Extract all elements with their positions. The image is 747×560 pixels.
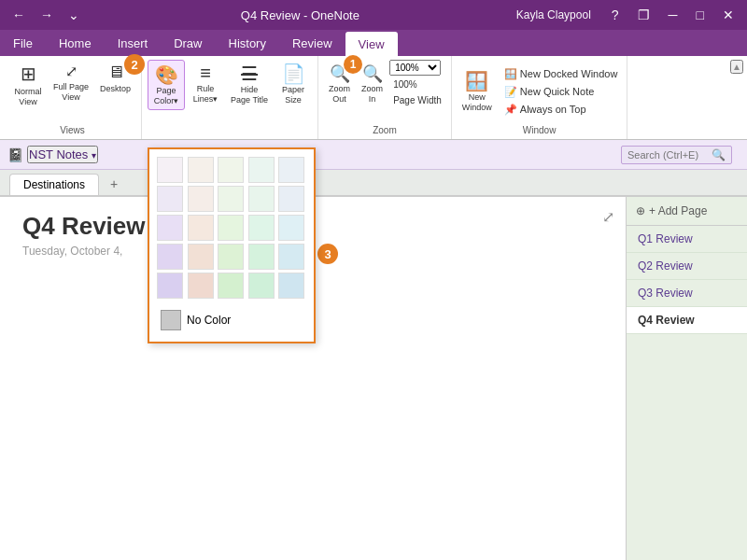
search-input[interactable] (627, 149, 712, 161)
color-swatch[interactable] (248, 244, 275, 270)
color-swatch[interactable] (218, 157, 244, 183)
window-right-buttons: 🪟 New Docked Window 📝 New Quick Note 📌 A… (500, 66, 622, 118)
color-picker-dropdown: No Color (148, 147, 316, 343)
views-label: Views (60, 123, 85, 135)
window-title: Q4 Review - OneNote (84, 8, 516, 22)
menu-file[interactable]: File (0, 30, 46, 56)
menu-home[interactable]: Home (46, 30, 105, 56)
ribbon-group-page: 🎨 PageColor▾ ≡ RuleLines▾ ☰ HidePage Tit… (142, 56, 318, 139)
color-swatch[interactable] (188, 244, 214, 270)
title-bar: ← → ⌄ Q4 Review - OneNote Kayla Claypool… (0, 0, 747, 30)
ribbon: ⊞ NormalView ⤢ Full PageView 🖥 Desktop 2… (0, 56, 747, 140)
color-swatch[interactable] (218, 186, 244, 212)
add-section-button[interactable]: + (101, 173, 127, 195)
hundred-percent-button[interactable]: 100% (389, 77, 445, 91)
page-color-icon: 🎨 (155, 63, 178, 86)
color-swatch[interactable] (248, 215, 275, 241)
collapse-ribbon-button[interactable]: ▲ (730, 60, 743, 74)
new-window-icon: 🪟 (465, 70, 488, 92)
notebook-name-button[interactable]: NST Notes ▾ (27, 146, 98, 163)
ribbon-group-views: ⊞ NormalView ⤢ Full PageView 🖥 Desktop 2… (4, 56, 142, 139)
search-bar: 🔍 (621, 146, 732, 164)
badge-1: 1 (344, 55, 362, 74)
color-swatch[interactable] (278, 215, 304, 241)
page-color-button[interactable]: 🎨 PageColor▾ (148, 60, 185, 110)
always-on-top-button[interactable]: 📌 Always on Top (500, 102, 622, 118)
new-quick-note-button[interactable]: 📝 New Quick Note (500, 84, 622, 100)
ribbon-group-zoom: 🔍 ZoomOut 1 🔍 ZoomIn 100% 75% 150% 100% (318, 56, 452, 139)
back-button[interactable]: ← (7, 6, 30, 24)
page-item-q4[interactable]: Q4 Review (627, 307, 747, 334)
color-swatch[interactable] (157, 244, 183, 270)
color-swatch[interactable] (188, 186, 214, 212)
section-tab-destinations[interactable]: Destinations (9, 174, 99, 195)
quick-note-icon: 📝 (504, 86, 517, 98)
color-swatch[interactable] (188, 273, 214, 299)
normal-view-icon: ⊞ (21, 63, 36, 85)
no-color-label: No Color (187, 314, 231, 327)
menu-view[interactable]: View (345, 32, 398, 56)
hide-title-icon: ☰ (241, 63, 258, 85)
zoom-percent-select[interactable]: 100% 75% 150% (389, 60, 441, 76)
color-swatch[interactable] (218, 215, 244, 241)
add-page-icon: ⊕ (636, 204, 645, 217)
color-swatch[interactable] (218, 244, 244, 270)
badge-3-marker: 3 (317, 244, 338, 264)
section-tabs-row: Destinations + (0, 170, 747, 196)
color-swatch[interactable] (278, 157, 304, 183)
docked-window-icon: 🪟 (504, 68, 517, 80)
hide-page-title-button[interactable]: ☰ HidePage Title (226, 60, 273, 108)
full-page-view-button[interactable]: ⤢ Full PageView (49, 60, 93, 105)
color-swatch[interactable] (278, 273, 304, 299)
page-buttons: 🎨 PageColor▾ ≡ RuleLines▾ ☰ HidePage Tit… (148, 60, 312, 133)
color-swatch[interactable] (157, 215, 183, 241)
full-page-icon: ⤢ (65, 63, 78, 80)
new-docked-window-button[interactable]: 🪟 New Docked Window (500, 66, 622, 82)
restore-button[interactable]: ❐ (632, 6, 655, 24)
forward-button[interactable]: → (35, 6, 58, 24)
new-window-button[interactable]: 🪟 NewWindow (458, 67, 497, 116)
more-button[interactable]: ⌄ (63, 6, 84, 24)
page-item-q2[interactable]: Q2 Review (627, 253, 747, 280)
color-swatch[interactable] (278, 186, 304, 212)
maximize-button[interactable]: □ (691, 6, 710, 24)
paper-size-icon: 📄 (282, 63, 305, 85)
normal-view-button[interactable]: ⊞ NormalView (9, 60, 47, 110)
color-swatch[interactable] (278, 244, 304, 270)
color-swatch[interactable] (157, 157, 183, 183)
window-label: Window (523, 123, 557, 135)
main-content: Q4 Review Tuesday, October 4, ⤢ 3 ⊕ + Ad… (0, 197, 747, 560)
page-width-button[interactable]: Page Width (389, 93, 445, 107)
close-button[interactable]: ✕ (717, 6, 740, 24)
ribbon-group-window: 🪟 NewWindow 🪟 New Docked Window 📝 New Qu… (452, 56, 628, 139)
color-swatch[interactable] (188, 157, 214, 183)
menu-history[interactable]: History (216, 30, 279, 56)
views-buttons: ⊞ NormalView ⤢ Full PageView 🖥 Desktop 2 (9, 60, 135, 123)
pin-icon: 📌 (504, 104, 517, 116)
rule-lines-button[interactable]: ≡ RuleLines▾ (187, 60, 224, 107)
user-name: Kayla Claypool (516, 8, 591, 21)
add-page-button[interactable]: ⊕ + Add Page (627, 197, 747, 226)
notebook-icon: 📓 (7, 147, 23, 162)
minimize-button[interactable]: ─ (663, 6, 684, 24)
desktop-btn-wrapper: 🖥 Desktop 2 (95, 60, 135, 96)
page-item-q1[interactable]: Q1 Review (627, 226, 747, 253)
color-swatch[interactable] (248, 186, 275, 212)
menu-draw[interactable]: Draw (161, 30, 215, 56)
zoom-out-wrapper: 🔍 ZoomOut 1 (324, 61, 355, 107)
color-swatch[interactable] (157, 186, 183, 212)
color-swatch[interactable] (248, 273, 275, 299)
search-icon: 🔍 (712, 148, 726, 161)
page-item-q3[interactable]: Q3 Review (627, 280, 747, 307)
color-swatch[interactable] (188, 215, 214, 241)
no-color-option[interactable]: No Color (157, 306, 306, 334)
expand-icon[interactable]: ⤢ (602, 208, 614, 226)
color-swatch[interactable] (218, 273, 244, 299)
section-tabs-wrapper: Destinations + (0, 170, 747, 197)
menu-insert[interactable]: Insert (105, 30, 162, 56)
color-swatch[interactable] (248, 157, 275, 183)
paper-size-button[interactable]: 📄 PaperSize (275, 60, 312, 108)
color-swatch[interactable] (157, 273, 183, 299)
help-button[interactable]: ? (606, 6, 625, 24)
menu-review[interactable]: Review (279, 30, 345, 56)
